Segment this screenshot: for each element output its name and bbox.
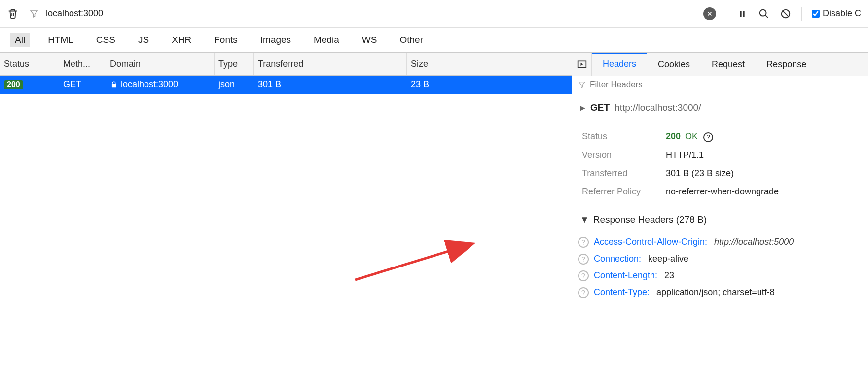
- disable-cache-checkbox[interactable]: Disable C: [812, 8, 861, 19]
- svg-rect-1: [743, 11, 744, 17]
- filter-tab-ws[interactable]: WS: [357, 33, 382, 47]
- transferred-value: 301 B (23 B size): [666, 168, 734, 179]
- help-icon[interactable]: ?: [578, 270, 589, 281]
- list-item: ? Connection: keep-alive: [578, 251, 862, 267]
- detail-tabs: Headers Cookies Request Response: [572, 53, 868, 76]
- header-name[interactable]: Content-Length:: [594, 270, 657, 281]
- search-icon[interactable]: [758, 8, 770, 20]
- status-code: 200: [666, 131, 681, 141]
- status-badge: 200: [4, 80, 23, 89]
- cell-domain: localhost:3000: [121, 79, 178, 90]
- col-domain[interactable]: Domain: [106, 53, 215, 75]
- details-panel: Headers Cookies Request Response ▶ GET h…: [572, 53, 868, 381]
- filter-headers-row: [572, 76, 868, 94]
- version-label: Version: [582, 150, 666, 160]
- header-value: application/json; charset=utf-8: [656, 287, 775, 298]
- referrer-value: no-referrer-when-downgrade: [666, 187, 779, 197]
- status-label: Status: [582, 131, 666, 142]
- summary-url: http://localhost:3000/: [615, 102, 701, 113]
- filter-tab-html[interactable]: HTML: [43, 33, 78, 47]
- help-icon[interactable]: ?: [578, 287, 589, 298]
- trash-icon[interactable]: [7, 8, 19, 20]
- list-item: ? Content-Type: application/json; charse…: [578, 284, 862, 301]
- funnel-icon: [578, 81, 586, 89]
- filter-tab-images[interactable]: Images: [255, 33, 296, 47]
- col-size[interactable]: Size: [407, 53, 471, 75]
- help-icon[interactable]: ?: [578, 254, 589, 265]
- header-name[interactable]: Access-Control-Allow-Origin:: [594, 237, 707, 247]
- list-item: ? Access-Control-Allow-Origin: http://lo…: [578, 234, 862, 251]
- cell-size: 23 B: [407, 76, 471, 94]
- response-headers-title: Response Headers (278 B): [593, 214, 707, 225]
- referrer-label: Referrer Policy: [582, 187, 666, 197]
- filter-headers-input[interactable]: [590, 80, 862, 90]
- main: Status Meth... Domain Type Transferred S…: [0, 53, 868, 381]
- svg-point-2: [760, 9, 766, 16]
- help-icon[interactable]: ?: [703, 132, 713, 142]
- cell-transferred: 301 B: [254, 76, 407, 94]
- request-summary[interactable]: ▶ GET http://localhost:3000/: [572, 94, 868, 121]
- response-headers-list: ? Access-Control-Allow-Origin: http://lo…: [572, 232, 868, 307]
- tab-cookies[interactable]: Cookies: [647, 53, 701, 76]
- header-value: 23: [664, 270, 674, 281]
- filter-tab-all[interactable]: All: [10, 33, 30, 47]
- list-item: ? Content-Length: 23: [578, 267, 862, 284]
- filter-tab-xhr[interactable]: XHR: [167, 33, 196, 47]
- header-value: keep-alive: [648, 254, 688, 264]
- svg-rect-0: [740, 11, 741, 17]
- col-method[interactable]: Meth...: [59, 53, 106, 75]
- request-list-panel: Status Meth... Domain Type Transferred S…: [0, 53, 572, 381]
- status-text: OK: [685, 131, 698, 141]
- pause-icon[interactable]: [736, 8, 748, 20]
- request-table-header: Status Meth... Domain Type Transferred S…: [0, 53, 572, 76]
- summary-method: GET: [590, 102, 610, 113]
- filter-tab-fonts[interactable]: Fonts: [209, 33, 243, 47]
- filter-tabs: All HTML CSS JS XHR Fonts Images Media W…: [0, 28, 868, 53]
- general-info: Status 200 OK ? Version HTTP/1.1 Transfe…: [572, 121, 868, 207]
- header-name[interactable]: Content-Type:: [594, 287, 650, 298]
- tab-request[interactable]: Request: [701, 53, 756, 76]
- col-status[interactable]: Status: [0, 53, 59, 75]
- filter-tab-media[interactable]: Media: [309, 33, 344, 47]
- url-filter-input[interactable]: [46, 8, 174, 19]
- svg-line-4: [355, 244, 471, 280]
- tab-response[interactable]: Response: [756, 53, 817, 76]
- disable-cache-label: Disable C: [823, 8, 861, 19]
- lock-icon: [110, 81, 118, 89]
- filter-tab-js[interactable]: JS: [133, 33, 154, 47]
- caret-right-icon: ▶: [580, 104, 585, 112]
- caret-down-icon: ▼: [580, 214, 589, 225]
- filter-tab-css[interactable]: CSS: [91, 33, 120, 47]
- version-value: HTTP/1.1: [666, 150, 704, 160]
- toolbar: Disable C: [0, 0, 868, 28]
- tab-headers[interactable]: Headers: [592, 53, 647, 75]
- filter-tab-other[interactable]: Other: [395, 33, 428, 47]
- toggle-sidebar-icon[interactable]: [572, 53, 592, 76]
- clear-icon[interactable]: [703, 7, 716, 20]
- help-icon[interactable]: ?: [578, 237, 589, 248]
- col-type[interactable]: Type: [215, 53, 254, 75]
- header-value: http://localhost:5000: [714, 237, 794, 247]
- col-transferred[interactable]: Transferred: [254, 53, 407, 75]
- annotation-arrow: [355, 240, 478, 285]
- header-name[interactable]: Connection:: [594, 254, 641, 264]
- cell-type: json: [215, 76, 254, 94]
- cell-method: GET: [59, 76, 106, 94]
- transferred-label: Transferred: [582, 168, 666, 179]
- table-row[interactable]: 200 GET localhost:3000 json 301 B 23 B: [0, 76, 572, 94]
- block-icon[interactable]: [780, 8, 792, 20]
- funnel-icon: [29, 9, 39, 19]
- response-headers-toggle[interactable]: ▼ Response Headers (278 B): [572, 207, 868, 232]
